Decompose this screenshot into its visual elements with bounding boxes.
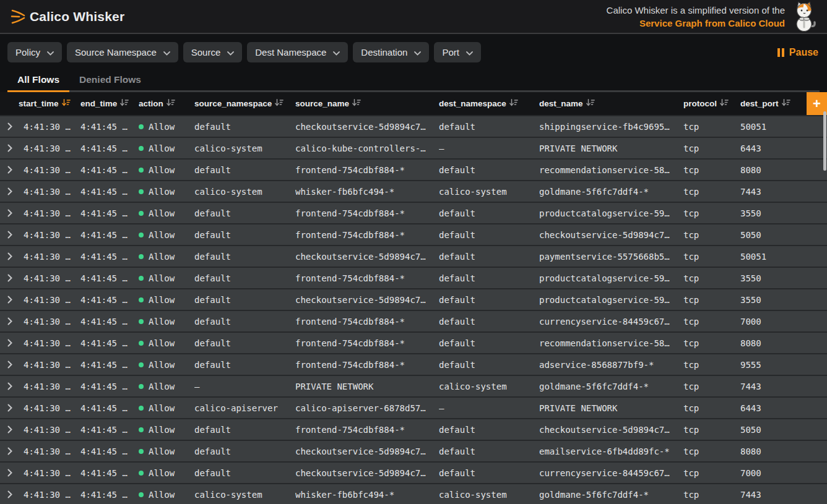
expand-chevron-icon[interactable]	[7, 274, 24, 282]
expand-chevron-icon[interactable]	[7, 404, 24, 412]
pause-icon	[777, 48, 784, 57]
sort-icon[interactable]	[586, 98, 595, 109]
table-row[interactable]: 4:41:30 …4:41:45 …Allowdefaultfrontend-7…	[0, 310, 827, 331]
column-label: dest_name	[539, 99, 583, 108]
chevron-down-icon	[333, 47, 340, 58]
cell-source-name: calico-kube-controllers-…	[295, 143, 439, 153]
filter-label: Destination	[361, 47, 407, 58]
cell-protocol: tcp	[683, 143, 740, 153]
column-header-dest-namespace[interactable]: dest_namespace	[439, 98, 539, 109]
column-header-dest-name[interactable]: dest_name	[539, 98, 683, 109]
expand-chevron-icon[interactable]	[7, 122, 24, 130]
cell-dest-port: 3550	[740, 295, 827, 305]
action-label: Allow	[149, 425, 175, 435]
sort-icon[interactable]	[509, 98, 518, 109]
sort-icon[interactable]	[720, 98, 729, 109]
sort-icon[interactable]	[275, 98, 284, 109]
action-label: Allow	[149, 122, 175, 132]
expand-chevron-icon[interactable]	[7, 469, 24, 477]
cell-dest-port: 7443	[740, 382, 827, 391]
table-row[interactable]: 4:41:30 …4:41:45 …Allowdefaultfrontend-7…	[0, 158, 827, 180]
sort-icon[interactable]	[120, 98, 129, 109]
cell-dest-port: 9555	[740, 360, 827, 370]
expand-chevron-icon[interactable]	[7, 425, 24, 434]
table-row[interactable]: 4:41:30 …4:41:45 …Allowdefaultcheckoutse…	[0, 245, 827, 267]
cell-source-name: whisker-fb6bfc494-*	[295, 187, 439, 197]
service-graph-link[interactable]: Service Graph from Calico Cloud	[639, 18, 785, 28]
filter-source[interactable]: Source	[183, 42, 243, 62]
cell-source-name: PRIVATE NETWORK	[295, 382, 439, 391]
cell-end-time: 4:41:45 …	[80, 446, 139, 456]
cell-dest-name: recommendationservice-58…	[539, 338, 683, 348]
tabs: All FlowsDenied Flows	[7, 70, 820, 92]
expand-chevron-icon[interactable]	[7, 231, 24, 239]
action-label: Allow	[149, 490, 175, 500]
cell-source-name: frontend-754cdbf884-*	[295, 165, 439, 175]
expand-chevron-icon[interactable]	[7, 187, 24, 195]
table-row[interactable]: 4:41:30 …4:41:45 …Allowcalico-systemwhis…	[0, 180, 827, 202]
tab-denied-flows[interactable]: Denied Flows	[69, 70, 151, 90]
table-row[interactable]: 4:41:30 …4:41:45 …Allowcalico-systemcali…	[0, 137, 827, 158]
vertical-scrollbar[interactable]	[823, 111, 826, 504]
chevron-down-icon	[227, 47, 234, 58]
cell-protocol: tcp	[683, 468, 740, 478]
filter-source-namespace[interactable]: Source Namespace	[67, 42, 178, 62]
table-row[interactable]: 4:41:30 …4:41:45 …Allowdefaultcheckoutse…	[0, 461, 827, 483]
pause-label: Pause	[789, 47, 818, 58]
table-row[interactable]: 4:41:30 …4:41:45 …Allowdefaultfrontend-7…	[0, 267, 827, 288]
table-row[interactable]: 4:41:30 …4:41:45 …Allowdefaultfrontend-7…	[0, 223, 827, 245]
table-row[interactable]: 4:41:30 …4:41:45 …Allowdefaultfrontend-7…	[0, 331, 827, 353]
cell-start-time: 4:41:30 …	[24, 208, 80, 218]
expand-chevron-icon[interactable]	[7, 209, 24, 217]
expand-chevron-icon[interactable]	[7, 252, 24, 260]
column-header-end-time[interactable]: end_time	[80, 98, 139, 109]
table-row[interactable]: 4:41:30 …4:41:45 …Allowdefaultcheckoutse…	[0, 288, 827, 310]
action-label: Allow	[149, 295, 175, 305]
table-row[interactable]: 4:41:30 …4:41:45 …Allowdefaultcheckoutse…	[0, 440, 827, 461]
cell-end-time: 4:41:45 …	[80, 143, 139, 153]
expand-chevron-icon[interactable]	[7, 317, 24, 325]
table-row[interactable]: 4:41:30 …4:41:45 …Allowdefaultfrontend-7…	[0, 353, 827, 375]
sort-icon[interactable]	[782, 98, 790, 109]
table-row[interactable]: 4:41:30 …4:41:45 …Allowdefaultfrontend-7…	[0, 418, 827, 440]
column-header-source-namespace[interactable]: source_namespace	[194, 98, 295, 109]
expand-chevron-icon[interactable]	[7, 361, 24, 369]
tab-all-flows[interactable]: All Flows	[7, 70, 69, 90]
expand-chevron-icon[interactable]	[7, 296, 24, 304]
cell-protocol: tcp	[683, 208, 740, 218]
sort-icon[interactable]	[62, 98, 71, 109]
expand-chevron-icon[interactable]	[7, 447, 24, 455]
cell-end-time: 4:41:45 …	[80, 317, 139, 327]
sort-icon[interactable]	[352, 98, 361, 109]
filter-bar: PolicySource NamespaceSourceDest Namespa…	[7, 42, 820, 62]
filter-port[interactable]: Port	[434, 42, 481, 62]
cell-source-namespace: –	[194, 382, 295, 391]
expand-chevron-icon[interactable]	[7, 144, 24, 152]
expand-chevron-icon[interactable]	[7, 166, 24, 174]
allow-status-dot	[139, 211, 144, 216]
table-row[interactable]: 4:41:30 …4:41:45 …Allowcalico-systemwhis…	[0, 483, 827, 504]
column-header-action[interactable]: action	[139, 98, 194, 109]
column-header-protocol[interactable]: protocol	[683, 98, 740, 109]
table-row[interactable]: 4:41:30 …4:41:45 …Allowdefaultfrontend-7…	[0, 202, 827, 223]
cell-dest-port: 7443	[740, 187, 827, 197]
expand-chevron-icon[interactable]	[7, 339, 24, 347]
filter-policy[interactable]: Policy	[7, 42, 62, 62]
expand-chevron-icon[interactable]	[7, 490, 24, 498]
table-row[interactable]: 4:41:30 …4:41:45 …Allowdefaultcheckoutse…	[0, 115, 827, 137]
expand-chevron-icon[interactable]	[7, 382, 24, 390]
filter-destination[interactable]: Destination	[353, 42, 429, 62]
pause-button[interactable]: Pause	[777, 47, 820, 58]
scrollbar-thumb[interactable]	[823, 111, 826, 171]
table-row[interactable]: 4:41:30 …4:41:45 …Allow–PRIVATE NETWORKc…	[0, 375, 827, 396]
sort-icon[interactable]	[167, 98, 175, 109]
column-header-dest-port[interactable]: dest_port	[740, 98, 807, 109]
filter-label: Source	[191, 47, 221, 58]
table-row[interactable]: 4:41:30 …4:41:45 …Allowcalico-apiserverc…	[0, 396, 827, 418]
cell-end-time: 4:41:45 …	[80, 252, 139, 262]
column-header-start-time[interactable]: start_time	[7, 98, 80, 109]
column-header-source-name[interactable]: source_name	[295, 98, 439, 109]
filter-dest-namespace[interactable]: Dest Namespace	[247, 42, 348, 62]
action-label: Allow	[149, 317, 175, 327]
allow-status-dot	[139, 449, 144, 454]
